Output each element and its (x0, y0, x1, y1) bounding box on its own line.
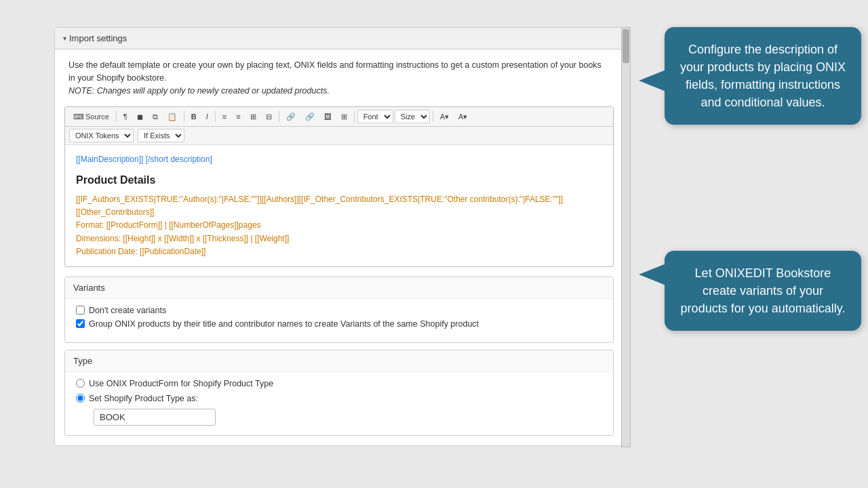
tooltip2-text: Let ONIXEDIT Bookstore create variants o… (681, 266, 846, 315)
description-note: NOTE: Changes will apply only to newly c… (68, 85, 610, 98)
variants-option1-label: Don't create variants (89, 306, 166, 315)
type-option1-radio[interactable] (76, 379, 85, 388)
toolbar-sep-3 (215, 111, 216, 122)
ul-button[interactable]: ≡ (232, 110, 244, 123)
paste-button[interactable]: 📋 (163, 110, 181, 123)
copy-button[interactable]: ⧉ (149, 110, 162, 123)
editor-toolbar-row2: ONIX Tokens If Exists (65, 127, 613, 145)
type-option1-row: Use ONIX ProductForm for Shopify Product… (76, 379, 602, 388)
indent-button[interactable]: ⊞ (246, 110, 260, 123)
link-button[interactable]: 🔗 (282, 110, 300, 123)
outdent-button[interactable]: ⊟ (262, 110, 276, 123)
publication-token: [[PublicationDate]] (140, 247, 205, 256)
table-button[interactable]: ⊞ (337, 110, 351, 123)
editor-authors-line: [[IF_Authors_EXISTS|TRUE:"Author(s):"|FA… (76, 193, 602, 219)
dimensions-tokens: [[Height]] x [[Width]] x [[Thickness]] |… (123, 234, 289, 243)
toolbar-sep-6 (433, 111, 433, 122)
scrollbar-thumb[interactable] (623, 29, 629, 63)
image-button[interactable]: 🖼 (320, 110, 336, 123)
paragraph-button[interactable]: ¶ (119, 110, 132, 123)
import-settings-panel: ▾ Import settings Use the default templa… (54, 27, 624, 446)
onix-tokens-select[interactable]: ONIX Tokens (69, 129, 134, 142)
condition-select[interactable]: If Exists (138, 129, 184, 142)
editor-content[interactable]: [[MainDescription]] [/short description]… (65, 145, 613, 266)
variants-body: Don't create variants Group ONIX product… (65, 299, 613, 342)
variants-option2-checkbox[interactable] (76, 319, 85, 328)
publication-label: Publication Date: (76, 247, 140, 256)
editor-heading: Product Details (76, 171, 602, 189)
main-scrollbar[interactable] (621, 27, 631, 447)
format-label: Format: (76, 220, 106, 230)
type-header: Type (65, 350, 613, 372)
collapse-arrow-icon[interactable]: ▾ (63, 35, 66, 42)
toolbar-sep-4 (279, 111, 279, 122)
tooltip-bubble-2: Let ONIXEDIT Bookstore create variants o… (665, 251, 861, 331)
variants-header: Variants (65, 277, 613, 299)
tooltip1-text: Configure the description of your produc… (680, 43, 846, 109)
editor-publication-line: Publication Date: [[PublicationDate]] (76, 245, 602, 258)
type-option2-radio[interactable] (76, 394, 85, 403)
shopify-product-type-input[interactable] (94, 409, 216, 426)
format-tokens: [[ProductForm]] | [[NumberOfPages]]pages (106, 220, 261, 230)
import-settings-title: Import settings (69, 33, 127, 43)
type-option2-row: Set Shopify Product Type as: (76, 394, 602, 403)
description-main: Use the default template or create your … (68, 59, 610, 85)
variants-option2-row: Group ONIX products by their title and c… (76, 319, 602, 329)
description-area: Use the default template or create your … (55, 49, 623, 106)
variants-option2-label: Group ONIX products by their title and c… (89, 319, 479, 329)
editor-format-line: Format: [[ProductForm]] | [[NumberOfPage… (76, 219, 602, 232)
tooltip-bubble-1: Configure the description of your produc… (665, 27, 861, 125)
type-body: Use ONIX ProductForm for Shopify Product… (65, 372, 613, 435)
variants-section: Variants Don't create variants Group ONI… (64, 277, 614, 343)
variants-option1-row: Don't create variants (76, 306, 602, 315)
ol-button[interactable]: ≡ (218, 110, 231, 123)
font-color-button[interactable]: A▾ (436, 110, 453, 123)
editor-toolbar: ⌨ Source ¶ ◼ ⧉ 📋 B I ≡ ≡ ⊞ ⊟ 🔗 🔗 🖼 ⊞ Fon… (65, 107, 613, 127)
toolbar-sep-5 (354, 111, 355, 122)
dimensions-label: Dimensions: (76, 234, 123, 243)
import-settings-header[interactable]: ▾ Import settings (55, 28, 623, 49)
toolbar-sep-1 (116, 111, 117, 122)
bold-button[interactable]: B (187, 110, 201, 123)
italic-button[interactable]: I (202, 110, 212, 123)
editor-dimensions-line: Dimensions: [[Height]] x [[Width]] x [[T… (76, 232, 602, 245)
editor-line1: [[MainDescription]] [/short description] (76, 153, 602, 166)
bg-color-button[interactable]: A▾ (454, 110, 471, 123)
source-icon: ⌨ (73, 113, 84, 121)
type-option1-label: Use ONIX ProductForm for Shopify Product… (89, 379, 273, 388)
toolbar-sep-2 (184, 111, 184, 122)
template-editor[interactable]: ⌨ Source ¶ ◼ ⧉ 📋 B I ≡ ≡ ⊞ ⊟ 🔗 🔗 🖼 ⊞ Fon… (64, 106, 614, 267)
editor-content-wrapper[interactable]: [[MainDescription]] [/short description]… (65, 145, 613, 266)
variants-option1-checkbox[interactable] (76, 306, 85, 314)
main-description-link[interactable]: [[MainDescription]] [/short description] (76, 155, 212, 164)
block-button[interactable]: ◼ (133, 110, 147, 123)
size-select[interactable]: Size (395, 110, 430, 123)
unlink-button[interactable]: 🔗 (301, 110, 319, 123)
type-section: Type Use ONIX ProductForm for Shopify Pr… (64, 350, 614, 436)
type-option2-label: Set Shopify Product Type as: (89, 394, 198, 403)
font-select[interactable]: Font (357, 110, 393, 123)
source-button[interactable]: ⌨ Source (69, 110, 113, 123)
source-label: Source (85, 113, 109, 121)
